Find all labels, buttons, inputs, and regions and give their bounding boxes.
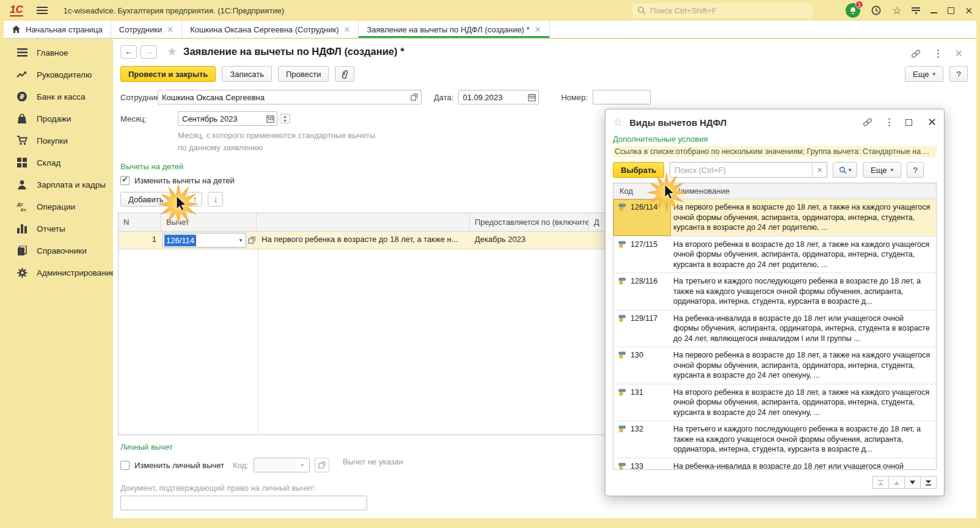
col-description[interactable] xyxy=(257,213,470,231)
favorite-star-icon[interactable]: ★ xyxy=(167,45,177,59)
sidebar-item-sales[interactable]: Продажи xyxy=(4,108,113,130)
col-kind[interactable]: Вычет xyxy=(161,213,257,231)
deduction-type-row[interactable]: 129/117 На ребенка-инвалида в возрасте д… xyxy=(613,310,936,348)
deduction-type-row[interactable]: 126/114 На первого ребенка в возрасте до… xyxy=(613,199,936,237)
global-search[interactable] xyxy=(632,3,813,18)
write-button[interactable]: Записать xyxy=(222,66,272,82)
tab-close-icon[interactable]: ✕ xyxy=(535,25,541,34)
open-icon[interactable] xyxy=(408,90,421,104)
month-field[interactable] xyxy=(178,111,277,126)
tab-deduction-application[interactable]: Заявление на вычеты по НДФЛ (создание) *… xyxy=(359,21,549,38)
sidebar-item-main[interactable]: Главное xyxy=(4,42,113,64)
form-more-button[interactable]: Еще▾ xyxy=(905,66,943,82)
month-input[interactable] xyxy=(178,112,263,125)
restore-button[interactable] xyxy=(948,7,954,14)
calendar-icon[interactable] xyxy=(525,90,538,104)
document-field[interactable] xyxy=(120,496,367,510)
open-icon[interactable] xyxy=(315,458,329,472)
dialog-more-button[interactable]: Еще▾ xyxy=(863,162,901,178)
close-dialog-icon[interactable]: ✕ xyxy=(927,117,937,128)
select-button[interactable]: Выбрать xyxy=(613,162,664,178)
dialog-search-input[interactable] xyxy=(670,166,812,175)
calendar-icon[interactable] xyxy=(263,112,277,125)
deduction-type-row[interactable]: 132 На третьего и каждого последующего р… xyxy=(613,421,936,458)
sidebar-item-administration[interactable]: Администрирование xyxy=(4,262,113,284)
personal-code-field[interactable]: ▼ xyxy=(254,458,310,472)
number-field[interactable] xyxy=(593,90,651,105)
additional-conditions-link[interactable]: Дополнительные условия xyxy=(613,134,937,144)
code-cell-editor[interactable]: 126/114 ▼ xyxy=(161,232,257,249)
close-form-icon[interactable]: ✕ xyxy=(955,48,963,59)
add-row-button[interactable]: Добавить xyxy=(120,192,171,207)
sidebar-item-operations[interactable]: ДтКт Операции xyxy=(4,196,113,218)
sidebar-item-reports[interactable]: Отчеты xyxy=(4,218,113,240)
tab-employees[interactable]: Сотрудники ✕ xyxy=(111,21,182,38)
change-children-checkbox[interactable] xyxy=(120,176,130,185)
employee-field[interactable] xyxy=(158,90,422,105)
more-menu-icon[interactable] xyxy=(937,50,939,58)
move-down-button[interactable]: ↓ xyxy=(208,192,223,207)
deduction-type-row[interactable]: 133 На ребенка-инвалида в возрасте до 18… xyxy=(613,458,936,471)
post-button[interactable]: Провести xyxy=(278,66,329,82)
spin-up-icon[interactable]: ▲ xyxy=(283,114,287,119)
col-name[interactable]: Наименование xyxy=(671,186,936,196)
tab-close-icon[interactable]: ✕ xyxy=(344,25,351,34)
move-up-button[interactable]: ↑ xyxy=(187,192,202,207)
minimize-button[interactable] xyxy=(931,7,937,13)
sidebar-item-manager[interactable]: Руководителю xyxy=(4,64,113,86)
deduction-type-row[interactable]: 131 На второго ребенка в возрасте до 18 … xyxy=(613,384,936,422)
go-last-button[interactable] xyxy=(920,476,937,489)
notifications-bell-icon[interactable]: 1 xyxy=(846,3,860,18)
personal-code-input[interactable] xyxy=(254,458,296,472)
tab-close-icon[interactable]: ✕ xyxy=(167,25,174,34)
deduction-type-row[interactable]: 127/115 На второго ребенка в возрасте до… xyxy=(613,237,936,274)
tab-home[interactable]: Начальная страница xyxy=(4,21,111,38)
change-personal-checkbox[interactable] xyxy=(120,461,130,470)
history-icon[interactable] xyxy=(871,5,882,16)
sidebar-item-salary[interactable]: Зарплата и кадры xyxy=(4,174,113,196)
dialog-search[interactable]: ✕ xyxy=(670,162,827,178)
sidebar-item-warehouse[interactable]: Склад xyxy=(4,152,113,174)
clear-search-icon[interactable]: ✕ xyxy=(812,163,827,177)
col-code[interactable]: Код xyxy=(613,186,671,196)
date-field[interactable] xyxy=(458,90,539,105)
sidebar-item-catalogs[interactable]: Справочники xyxy=(4,240,113,262)
dialog-help-button[interactable]: ? xyxy=(907,162,924,178)
date-input[interactable] xyxy=(459,90,525,104)
more-menu-icon[interactable] xyxy=(888,118,890,127)
main-menu-icon[interactable] xyxy=(37,7,48,14)
post-and-close-button[interactable]: Провести и закрыть xyxy=(120,66,216,82)
spin-down-icon[interactable]: ▼ xyxy=(283,119,287,123)
list-item-icon xyxy=(618,425,627,433)
deduction-type-row[interactable]: 130 На первого ребенка в возрасте до 18 … xyxy=(613,347,936,384)
favorite-star-icon[interactable]: ☆ xyxy=(613,116,623,129)
sidebar-item-bank[interactable]: ₽ Банк и касса xyxy=(4,86,113,108)
employee-input[interactable] xyxy=(158,90,408,104)
open-icon[interactable] xyxy=(248,237,255,244)
tab-employee-card[interactable]: Кошкина Оксана Сергеевна (Сотрудник) ✕ xyxy=(182,21,359,38)
document-input[interactable] xyxy=(121,496,367,510)
col-n[interactable]: N xyxy=(119,213,161,231)
number-input[interactable] xyxy=(593,90,650,104)
sidebar-item-purchases[interactable]: Покупки xyxy=(4,130,113,152)
maximize-icon[interactable] xyxy=(905,119,912,126)
form-help-button[interactable]: ? xyxy=(949,66,968,82)
nav-forward-button[interactable]: → xyxy=(141,45,157,59)
dropdown-icon[interactable]: ▼ xyxy=(236,238,246,243)
go-prev-button[interactable] xyxy=(888,476,905,489)
service-menu-icon[interactable]: ▾ xyxy=(912,7,920,14)
col-until[interactable]: Предоставляется по (включительно) xyxy=(470,213,589,231)
month-spinner[interactable]: ▲ ▼ xyxy=(280,114,290,123)
favorites-star-icon[interactable]: ☆ xyxy=(892,4,901,17)
go-first-button[interactable] xyxy=(872,476,889,489)
close-window-button[interactable]: ✕ xyxy=(965,6,973,15)
nav-back-button[interactable]: ← xyxy=(120,45,137,59)
dropdown-icon[interactable]: ▼ xyxy=(296,458,309,472)
deduction-type-row[interactable]: 128/116 На третьего и каждого последующе… xyxy=(613,273,936,310)
attachments-button[interactable] xyxy=(335,66,354,82)
search-options-button[interactable]: ▾ xyxy=(833,162,857,178)
global-search-input[interactable] xyxy=(650,6,808,15)
go-next-button[interactable] xyxy=(904,476,921,489)
link-icon[interactable] xyxy=(910,49,921,59)
link-icon[interactable] xyxy=(862,117,873,127)
